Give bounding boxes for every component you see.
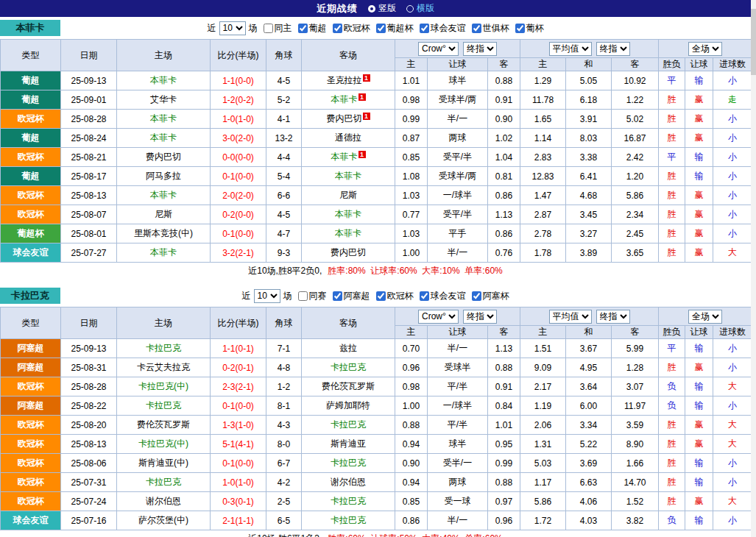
final-odds-select[interactable]: 终指 — [463, 310, 497, 324]
layout-option-vertical[interactable]: 竖版 — [368, 2, 396, 15]
league-filter-checkbox[interactable] — [333, 291, 342, 301]
full-match-header: 全场 — [659, 307, 752, 326]
avg-draw-odds: 3.64 — [566, 377, 612, 396]
home-team: 阿马多拉 — [146, 171, 181, 181]
match-row: 欧冠杯25-08-07尼斯0-2(0-0)4-5本菲卡0.77受平/半1.132… — [1, 205, 752, 224]
match-date: 25-08-13 — [61, 435, 117, 454]
wdl-result: 负 — [659, 377, 685, 396]
home-team: 卡拉巴克(中) — [138, 438, 188, 449]
away-odds: 1.13 — [488, 339, 520, 358]
wdl-result: 胜 — [659, 243, 685, 263]
match-date: 25-07-24 — [61, 492, 117, 511]
final-odds-select[interactable]: 终指 — [596, 310, 630, 324]
handicap-result: 输 — [685, 71, 713, 90]
league-filter-checkbox[interactable] — [376, 291, 386, 301]
league-badge: 葡超 — [1, 129, 61, 148]
home-team: 本菲卡 — [150, 75, 177, 85]
avg-draw-odds: 3.89 — [566, 243, 612, 263]
avg-home-odds: 9.09 — [520, 358, 566, 377]
avg-away-odds: 2.34 — [612, 205, 659, 224]
column-subheader: 让球 — [685, 58, 713, 71]
home-team: 本菲卡 — [150, 132, 177, 143]
match-date: 25-08-21 — [61, 148, 117, 167]
home-odds: 0.96 — [395, 358, 428, 377]
wdl-result: 胜 — [659, 492, 685, 511]
bookmaker-select[interactable]: Crow° — [418, 42, 459, 56]
match-score: 0-1(0-0) — [211, 224, 266, 243]
same-filter-checkbox[interactable] — [264, 24, 273, 33]
away-odds: 0.86 — [488, 186, 520, 205]
league-badge: 阿塞超 — [1, 358, 61, 377]
full-match-select[interactable]: 全场 — [688, 310, 722, 324]
league-filter-checkbox[interactable] — [420, 24, 429, 33]
home-odds: 0.87 — [395, 129, 428, 148]
goals-result: 大 — [713, 377, 752, 396]
match-date: 25-08-31 — [61, 358, 117, 377]
section-filterbar: 本菲卡近10场同主葡超欧冠杯葡超杯球会友谊世俱杯葡杯 — [0, 17, 751, 39]
home-team-cell: 费伦茨瓦罗斯 — [117, 416, 211, 435]
away-team: 圣克拉拉 — [327, 75, 362, 85]
average-odds-select[interactable]: 平均值 — [549, 310, 592, 324]
final-odds-select[interactable]: 终指 — [596, 42, 630, 56]
handicap-result: 赢 — [685, 492, 713, 511]
column-header: 日期 — [61, 40, 117, 71]
away-odds: 0.96 — [488, 511, 520, 530]
away-odds: 0.81 — [488, 167, 520, 186]
layout-option-label: 横版 — [417, 2, 434, 15]
league-filter-checkbox[interactable] — [333, 24, 342, 33]
avg-away-odds: 16.87 — [612, 129, 659, 148]
avg-draw-odds: 3.67 — [566, 339, 612, 358]
avg-away-odds: 1.20 — [612, 167, 659, 186]
match-row: 阿塞超25-09-13卡拉巴克1-1(0-1)7-1兹拉0.70半/一1.131… — [1, 339, 752, 358]
bookmaker-select[interactable]: Crow° — [418, 310, 459, 324]
summary-stats: 胜率:80% 让球率:60% 大率:10% 单率:60% — [328, 265, 502, 277]
away-team: 本菲卡 — [331, 152, 358, 162]
league-filter-checkbox[interactable] — [515, 24, 525, 33]
avg-away-odds: 3.65 — [612, 243, 659, 263]
league-filter-checkbox[interactable] — [420, 291, 429, 301]
away-team-cell: 卡拉巴克 — [302, 492, 395, 511]
match-score: 3-2(2-1) — [211, 243, 266, 263]
recent-count-select[interactable]: 10 — [254, 289, 280, 303]
match-row: 欧冠杯25-08-20费伦茨瓦罗斯1-3(1-0)4-3卡拉巴克0.88平/半1… — [1, 416, 752, 435]
match-date: 25-08-24 — [61, 129, 117, 148]
final-odds-select[interactable]: 终指 — [463, 42, 497, 56]
away-team: 费内巴切 — [327, 113, 362, 124]
full-match-select[interactable]: 全场 — [688, 42, 722, 56]
company-odds-header: Crow°终指 — [395, 307, 520, 326]
layout-option-horizontal[interactable]: 横版 — [406, 2, 434, 15]
league-badge: 阿塞超 — [1, 396, 61, 416]
matches-label: 场 — [249, 22, 258, 35]
scrollbar-thumb[interactable] — [751, 9, 756, 75]
average-odds-select[interactable]: 平均值 — [549, 42, 592, 56]
corner-score: 8-1 — [266, 396, 302, 416]
match-date: 25-08-06 — [61, 454, 117, 473]
goals-result: 大 — [713, 435, 752, 454]
league-filter-checkbox[interactable] — [472, 24, 481, 33]
match-score: 1-0(1-0) — [211, 473, 266, 492]
goals-result: 小 — [713, 167, 752, 186]
column-subheader: 胜负 — [659, 58, 685, 71]
filter-controls: 近10场同赛阿塞超欧冠杯球会友谊阿塞杯 — [242, 289, 509, 303]
handicap-result: 输 — [685, 473, 713, 492]
avg-home-odds: 2.17 — [520, 377, 566, 396]
league-filter-checkbox[interactable] — [298, 24, 308, 33]
recent-count-select[interactable]: 10 — [219, 21, 246, 35]
away-odds: 0.95 — [488, 435, 520, 454]
league-filter-checkbox[interactable] — [472, 291, 481, 301]
away-odds: 1.01 — [488, 416, 520, 435]
same-filter-checkbox[interactable] — [298, 291, 308, 301]
home-team-cell: 卡拉巴克(中) — [117, 435, 211, 454]
corner-score: 7-1 — [266, 339, 302, 358]
scrollbar[interactable] — [751, 0, 756, 537]
league-filter-checkbox[interactable] — [376, 24, 386, 33]
avg-home-odds: 1.19 — [520, 396, 566, 416]
match-score: 2-3(2-1) — [211, 377, 266, 396]
match-date: 25-09-13 — [61, 71, 117, 90]
home-team: 卡拉巴克 — [146, 477, 181, 487]
home-team: 谢尔伯恩 — [146, 496, 181, 506]
match-score: 1-2(0-2) — [211, 90, 266, 110]
wdl-result: 胜 — [659, 186, 685, 205]
column-subheader: 让球 — [428, 326, 488, 339]
home-team: 卡拉巴克 — [146, 343, 181, 353]
